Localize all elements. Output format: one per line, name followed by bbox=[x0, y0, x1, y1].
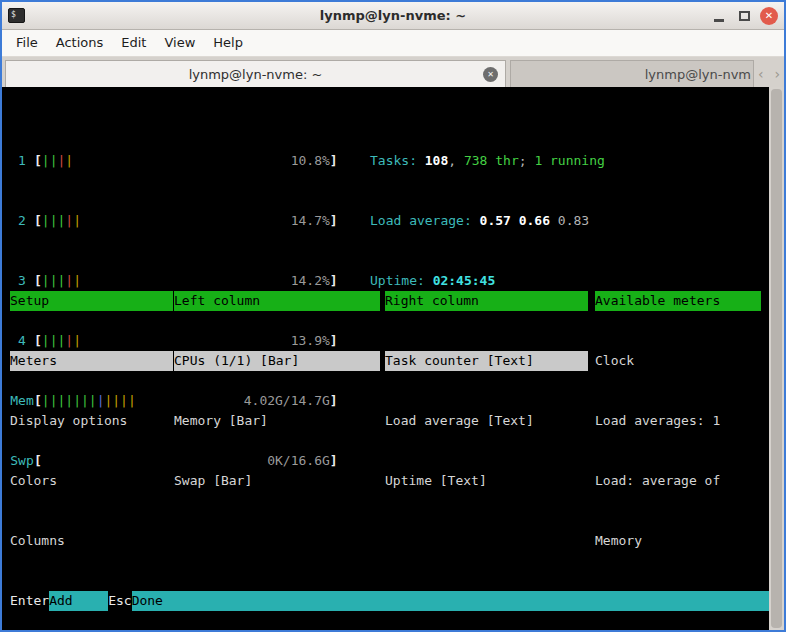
left-column-item[interactable]: Swap [Bar] bbox=[174, 471, 380, 491]
meter-bracket-open: [ bbox=[34, 211, 42, 231]
window-title: lynmp@lyn-nvme: ~ bbox=[2, 2, 784, 30]
close-button[interactable]: ✕ bbox=[760, 7, 778, 25]
panel-left-column-header: Left column bbox=[174, 291, 380, 311]
menu-actions[interactable]: Actions bbox=[47, 30, 113, 56]
tab-scroll-right-icon[interactable]: › bbox=[774, 66, 780, 82]
available-meter-item[interactable]: Memory bbox=[595, 531, 761, 551]
meter-value: 10.8% bbox=[291, 151, 330, 171]
panel-right-column: Right column Task counter [Text] Load av… bbox=[385, 251, 588, 531]
tab-active[interactable]: lynmp@lyn-nvme: ~ ✕ bbox=[5, 60, 506, 87]
menu-view[interactable]: View bbox=[155, 30, 204, 56]
meter-bracket-open: [ bbox=[34, 151, 42, 171]
panel-available-meters: Available meters Clock Load averages: 1 … bbox=[595, 251, 761, 630]
available-meter-item[interactable]: Load averages: 1 bbox=[595, 411, 761, 431]
enter-key[interactable]: Enter bbox=[10, 591, 49, 611]
tab-active-label: lynmp@lyn-nvme: ~ bbox=[189, 67, 323, 82]
setup-item-columns[interactable]: Columns bbox=[10, 531, 173, 551]
tab-close-button[interactable]: ✕ bbox=[483, 67, 498, 82]
function-bar: Enter Add Esc Done bbox=[10, 591, 769, 611]
scrollbar-thumb[interactable] bbox=[771, 89, 782, 628]
tabbar: lynmp@lyn-nvme: ~ ✕ lynmp@lyn-nvm ‹ › bbox=[2, 57, 784, 87]
meter-label: 2 bbox=[10, 211, 34, 231]
setup-item-meters[interactable]: Meters bbox=[10, 351, 173, 371]
panel-left-column: Left column CPUs (1/1) [Bar] Memory [Bar… bbox=[174, 251, 380, 531]
tab-close-icon: ✕ bbox=[487, 70, 494, 79]
minimize-icon bbox=[714, 19, 724, 22]
meter-bars: ||||| bbox=[42, 211, 81, 231]
meter-bracket-close: ] bbox=[330, 211, 338, 231]
tasks-line: Tasks: 108, 738 thr; 1 running bbox=[370, 151, 605, 171]
close-icon: ✕ bbox=[765, 10, 773, 21]
cpu-meter-1: 1[||||10.8%] bbox=[10, 151, 338, 171]
meter-value: 14.7% bbox=[291, 211, 330, 231]
right-column-item[interactable]: Load average [Text] bbox=[385, 411, 588, 431]
cpu-meter-2: 2[|||||14.7%] bbox=[10, 211, 338, 231]
titlebar[interactable]: $ lynmp@lyn-nvme: ~ ✕ bbox=[2, 2, 784, 30]
meter-label: 1 bbox=[10, 151, 34, 171]
panel-available-meters-header: Available meters bbox=[595, 291, 761, 311]
maximize-button[interactable] bbox=[735, 7, 753, 25]
right-column-item[interactable]: Uptime [Text] bbox=[385, 471, 588, 491]
meter-bars: |||| bbox=[42, 151, 73, 171]
minimize-button[interactable] bbox=[710, 7, 728, 25]
setup-item-display-options[interactable]: Display options bbox=[10, 411, 173, 431]
left-column-item[interactable]: CPUs (1/1) [Bar] bbox=[174, 351, 380, 371]
terminal-screen[interactable]: 1[||||10.8%] 2[|||||14.7%] 3[|||||14.2%]… bbox=[2, 87, 784, 630]
tab-scroll-arrows: ‹ › bbox=[754, 60, 784, 87]
menubar: File Actions Edit View Help bbox=[2, 30, 784, 57]
esc-key[interactable]: Esc bbox=[108, 591, 131, 611]
titlebar-buttons: ✕ bbox=[710, 7, 778, 25]
add-action[interactable]: Add bbox=[49, 591, 108, 611]
menu-edit[interactable]: Edit bbox=[112, 30, 155, 56]
meter-bracket-close: ] bbox=[330, 151, 338, 171]
menu-help[interactable]: Help bbox=[204, 30, 252, 56]
tab-inactive[interactable]: lynmp@lyn-nvm bbox=[510, 60, 754, 87]
terminal-app-icon-glyph: $ bbox=[11, 10, 16, 19]
terminal-scrollbar[interactable] bbox=[769, 87, 784, 630]
right-column-item[interactable]: Task counter [Text] bbox=[385, 351, 588, 371]
panel-right-column-header: Right column bbox=[385, 291, 588, 311]
left-column-item[interactable]: Memory [Bar] bbox=[174, 411, 380, 431]
tab-inactive-label: lynmp@lyn-nvm bbox=[645, 67, 751, 82]
maximize-icon bbox=[739, 11, 750, 21]
available-meter-item[interactable]: Load: average of bbox=[595, 471, 761, 491]
available-meter-item[interactable]: Clock bbox=[595, 351, 761, 371]
panel-setup: Setup Meters Display options Colors Colu… bbox=[10, 251, 173, 591]
terminal-app-icon: $ bbox=[8, 8, 25, 23]
setup-item-colors[interactable]: Colors bbox=[10, 471, 173, 491]
load-average-line: Load average: 0.57 0.66 0.83 bbox=[370, 211, 605, 231]
panel-setup-header: Setup bbox=[10, 291, 173, 311]
tab-scroll-left-icon[interactable]: ‹ bbox=[758, 66, 764, 82]
done-action[interactable]: Done bbox=[132, 591, 769, 611]
terminal-window: $ lynmp@lyn-nvme: ~ ✕ File Actions Edit … bbox=[0, 0, 786, 632]
menu-file[interactable]: File bbox=[7, 30, 47, 56]
